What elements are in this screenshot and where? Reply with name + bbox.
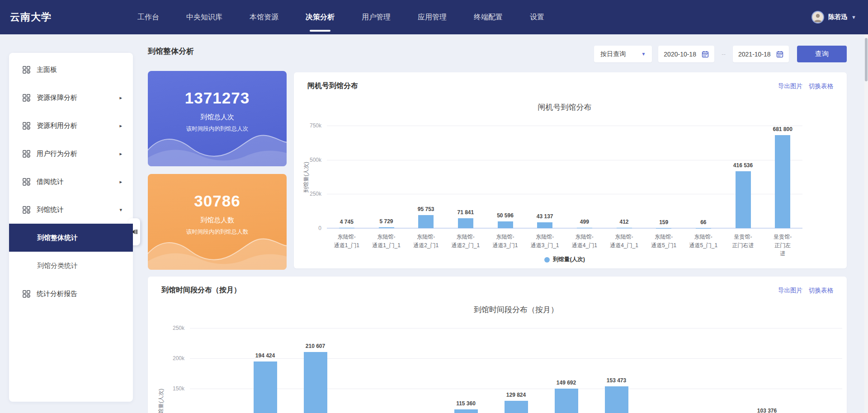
sidebar-item[interactable]: 统计分析报告	[9, 280, 133, 308]
select-caret-icon: ▼	[641, 52, 646, 56]
bar[interactable]	[379, 227, 394, 228]
scrollbar-track	[864, 34, 868, 413]
bar-value-label: 681 800	[773, 126, 792, 132]
sidebar-item-label: 统计分析报告	[37, 290, 77, 298]
total-visits-card: 1371273 到馆总人次 该时间段内的到馆总人次	[148, 71, 287, 166]
x-axis-category-label: 东陆馆- 通道2_门_1	[451, 233, 480, 249]
y-axis-tick: 250k	[310, 191, 321, 197]
query-mode-value: 按日查询	[600, 50, 626, 58]
user-menu[interactable]: 陈若迅 ▼	[811, 11, 856, 23]
bar-value-label: 149 692	[557, 380, 576, 386]
bar[interactable]	[498, 221, 513, 228]
bar[interactable]	[254, 361, 277, 413]
y-axis-label: 到馆量(人次)	[157, 389, 165, 413]
user-avatar	[811, 11, 824, 23]
nav-item[interactable]: 用户管理	[348, 0, 404, 34]
dashboard-grid-icon	[23, 94, 30, 102]
x-axis-category-label: 东陆馆- 通道1_门1	[334, 233, 359, 249]
query-button[interactable]: 查询	[797, 46, 847, 62]
wave-decoration	[148, 230, 287, 270]
sidebar-item[interactable]: 资源保障分析▸	[9, 84, 133, 112]
sidebar-item[interactable]: 借阅统计▸	[9, 168, 133, 196]
nav-item[interactable]: 终端配置	[460, 0, 516, 34]
bar[interactable]	[605, 386, 628, 413]
y-axis-tick: 150k	[173, 385, 184, 392]
total-visitors-card: 30786 到馆总人数 该时间段内的到馆总人数	[148, 174, 287, 270]
sidebar-item-label: 借阅统计	[37, 178, 64, 186]
bar[interactable]	[454, 409, 478, 413]
bar[interactable]	[458, 218, 473, 228]
query-toolbar: 按日查询 ▼ 2020-10-18 -- 2021-10-18	[594, 46, 847, 62]
sidebar-item-label: 资源利用分析	[37, 122, 77, 130]
brand-logo: 云南大学	[10, 10, 52, 24]
gridline	[327, 194, 802, 194]
sidebar-item[interactable]: 资源利用分析▸	[9, 112, 133, 140]
date-range-separator: --	[722, 51, 726, 57]
nav-item[interactable]: 本馆资源	[236, 0, 292, 34]
y-axis-tick: 500k	[310, 157, 321, 163]
nav-item[interactable]: 应用管理	[404, 0, 460, 34]
sidebar-item-label: 资源保障分析	[37, 94, 77, 102]
bar[interactable]	[617, 228, 632, 228]
start-date-value: 2020-10-18	[664, 51, 696, 58]
nav-item[interactable]: 工作台	[124, 0, 173, 34]
bar-value-label: 95 753	[418, 206, 434, 212]
export-image-link[interactable]: 导出图片	[778, 286, 802, 295]
chevron-right-icon: ▸	[119, 123, 122, 129]
time-distribution-panel: 到馆时间段分布（按月） 导出图片 切换表格 到馆时间段分布（按月） 100k15…	[148, 277, 847, 413]
page-title: 到馆整体分析	[148, 46, 194, 56]
nav-item[interactable]: 设置	[516, 0, 558, 34]
sidebar-item-label: 到馆分类统计	[37, 262, 78, 270]
scrollbar-thumb[interactable]	[865, 38, 868, 81]
chevron-right-icon: ▸	[119, 179, 122, 185]
bar[interactable]	[736, 171, 751, 228]
bar[interactable]	[555, 389, 578, 413]
end-date-input[interactable]: 2021-10-18	[733, 46, 789, 62]
sidebar-item[interactable]: 用户行为分析▸	[9, 140, 133, 168]
legend-item[interactable]: 到馆量(人次)	[544, 256, 585, 263]
main-nav: 工作台中央知识库本馆资源决策分析用户管理应用管理终端配置设置	[124, 0, 558, 34]
chevron-right-icon: ▸	[119, 151, 122, 157]
app-root: 云南大学 工作台中央知识库本馆资源决策分析用户管理应用管理终端配置设置 陈若迅 …	[0, 0, 868, 413]
gridline	[327, 126, 802, 126]
chart-title: 到馆时间段分布（按月）	[190, 305, 842, 315]
bar[interactable]	[505, 401, 528, 413]
sidebar-item-label: 到馆统计	[37, 206, 64, 214]
x-axis-category-label: 呈贡馆- 正门左进	[773, 233, 793, 258]
y-axis-tick: 0	[318, 225, 321, 231]
gate-distribution-panel: 闸机号到馆分布 导出图片 切换表格 闸机号到馆分布 0250k500k750k到…	[294, 72, 847, 268]
gridline	[190, 358, 842, 359]
x-axis-category-label: 东陆馆- 通道3_门1	[492, 233, 518, 249]
bar[interactable]	[775, 135, 790, 228]
chart-title: 闸机号到馆分布	[327, 102, 802, 113]
bar[interactable]	[339, 228, 354, 228]
bar-value-label: 115 360	[456, 400, 476, 407]
x-axis-category-label: 东陆馆- 通道1_门_1	[372, 233, 401, 249]
x-axis-category-label: 东陆馆- 通道4_门1	[572, 233, 597, 249]
sidebar-item[interactable]: 到馆整体统计	[9, 224, 133, 252]
bar-value-label: 412	[619, 219, 628, 225]
sidebar-item[interactable]: 到馆分类统计	[9, 252, 133, 280]
sidebar-item-label: 用户行为分析	[37, 150, 77, 158]
legend-dot-icon	[544, 257, 550, 263]
bar[interactable]	[537, 222, 552, 228]
y-axis-tick: 250k	[173, 325, 184, 331]
dashboard-grid-icon	[23, 122, 30, 130]
sidebar-item[interactable]: 主面板	[9, 56, 133, 84]
nav-item[interactable]: 中央知识库	[173, 0, 236, 34]
bar[interactable]	[577, 228, 592, 228]
sidebar-item[interactable]: 到馆统计▾	[9, 196, 133, 224]
bar[interactable]	[304, 352, 327, 413]
calendar-icon	[702, 51, 709, 58]
user-name: 陈若迅	[828, 13, 847, 21]
toggle-table-link[interactable]: 切换表格	[809, 82, 833, 90]
start-date-input[interactable]: 2020-10-18	[658, 46, 714, 62]
nav-item[interactable]: 决策分析	[292, 0, 348, 34]
sidebar: 主面板资源保障分析▸资源利用分析▸用户行为分析▸借阅统计▸到馆统计▾到馆整体统计…	[9, 53, 133, 402]
export-image-link[interactable]: 导出图片	[778, 82, 802, 90]
query-mode-select[interactable]: 按日查询 ▼	[594, 46, 652, 62]
dashboard-grid-icon	[23, 206, 30, 214]
toggle-table-link[interactable]: 切换表格	[809, 286, 833, 295]
bar[interactable]	[418, 215, 434, 228]
end-date-value: 2021-10-18	[738, 51, 771, 58]
